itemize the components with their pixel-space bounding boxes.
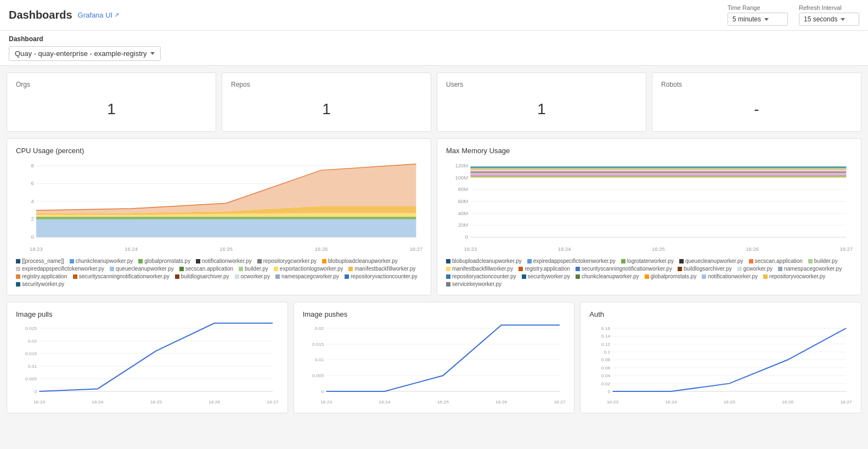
legend-item: securityworker.py <box>522 273 570 279</box>
legend-item: chunkcleanupworker.py <box>576 273 639 279</box>
svg-text:16:24: 16:24 <box>379 400 391 405</box>
legend-label: manifestbackfillworker.py <box>354 266 415 272</box>
svg-text:0.015: 0.015 <box>25 351 37 356</box>
legend-color <box>808 259 813 263</box>
svg-text:0: 0 <box>608 389 611 394</box>
legend-color <box>235 274 239 279</box>
svg-text:0.12: 0.12 <box>601 342 611 347</box>
legend-color <box>446 274 450 279</box>
svg-text:16:27: 16:27 <box>410 246 423 252</box>
dashboard-selector[interactable]: Quay - quay-enterprise - example-registr… <box>9 46 161 61</box>
image-pulls-title: Image pulls <box>16 310 279 318</box>
legend-label: chunkcleanupworker.py <box>76 258 133 264</box>
legend-item: repositoryvocworker.py <box>763 273 825 279</box>
legend-color <box>16 282 20 287</box>
svg-text:0.02: 0.02 <box>314 326 324 331</box>
legend-color <box>345 274 349 279</box>
svg-marker-20 <box>36 164 416 213</box>
svg-text:0.02: 0.02 <box>28 339 37 344</box>
svg-text:16:27: 16:27 <box>554 400 566 405</box>
legend-item: namespacegcworker.py <box>778 266 842 272</box>
legend-color <box>110 267 114 271</box>
image-pushes-title: Image pushes <box>303 310 566 318</box>
legend-item: builder.py <box>808 258 838 264</box>
legend-item: securityworker.py <box>16 281 64 287</box>
legend-label: expiredappspecifictokenworker.py <box>22 266 104 272</box>
legend-item: gcworker.py <box>737 266 773 272</box>
svg-text:0.015: 0.015 <box>312 342 324 347</box>
cpu-chart-legend: [[process_name]]chunkcleanupworker.pyglo… <box>16 258 422 287</box>
top-bar-right: Time Range 5 minutes Refresh Interval 15… <box>728 4 859 26</box>
grafana-link[interactable]: Grafana UI <box>78 11 120 19</box>
refresh-interval-label: Refresh Interval <box>799 4 842 11</box>
svg-text:6: 6 <box>31 181 33 187</box>
svg-text:16:27: 16:27 <box>841 400 853 405</box>
legend-color <box>645 274 649 279</box>
svg-text:80M: 80M <box>458 187 468 193</box>
legend-label: manifestbackfillworker.py <box>452 266 513 272</box>
legend-item: securityscanningnotificationworker.py <box>73 273 170 279</box>
legend-label: repositoryvactioncounter.py <box>351 273 418 279</box>
legend-item: registry.application <box>518 266 570 272</box>
legend-item: globalpromstats.py <box>645 273 697 279</box>
legend-color <box>679 259 684 263</box>
svg-text:0.08: 0.08 <box>601 358 611 363</box>
svg-text:0: 0 <box>465 234 468 240</box>
legend-color <box>576 274 580 279</box>
legend-color <box>16 274 20 279</box>
legend-color <box>527 259 532 263</box>
legend-label: securityworker.py <box>22 281 64 287</box>
chevron-down-icon-2 <box>841 18 845 21</box>
legend-item: buildlogsarchiver.py <box>175 273 229 279</box>
legend-item: builder.py <box>239 266 268 272</box>
svg-text:0: 0 <box>35 389 37 394</box>
legend-label: securityscanningnotificationworker.py <box>582 266 672 272</box>
svg-text:120M: 120M <box>455 163 468 169</box>
stat-cards-row: Orgs 1 Repos 1 Users 1 Robots - <box>7 72 861 132</box>
dashboard-chevron-icon <box>150 52 155 55</box>
refresh-interval-select-wrapper[interactable]: 15 seconds <box>799 13 859 26</box>
legend-label: buildlogsarchiver.py <box>181 273 229 279</box>
legend-color <box>446 267 450 271</box>
svg-text:16:23: 16:23 <box>320 400 332 405</box>
legend-item: queuecleanupworker.py <box>110 266 174 272</box>
time-range-select-wrapper[interactable]: 5 minutes <box>728 13 788 26</box>
time-range-label: Time Range <box>728 4 760 11</box>
legend-color <box>621 259 625 263</box>
svg-text:40M: 40M <box>458 211 468 216</box>
stat-card-title: Repos <box>231 81 422 88</box>
legend-color <box>778 267 782 271</box>
svg-text:0.005: 0.005 <box>25 377 37 381</box>
legend-item: securityscanningnotificationworker.py <box>576 266 672 272</box>
legend-label: registry.application <box>22 273 67 279</box>
cpu-chart-area: 0246816:2316:2416:2516:2616:27 <box>16 160 422 254</box>
svg-text:16:25: 16:25 <box>724 400 736 405</box>
svg-text:16:26: 16:26 <box>314 246 328 252</box>
svg-text:0.01: 0.01 <box>28 364 37 369</box>
stat-card-value: 1 <box>231 95 422 124</box>
legend-color <box>16 259 20 263</box>
svg-text:16:23: 16:23 <box>30 246 43 252</box>
legend-color <box>73 274 77 279</box>
svg-text:0.06: 0.06 <box>601 366 611 371</box>
legend-color <box>322 259 326 263</box>
legend-item: secscan.application <box>179 266 233 272</box>
svg-text:16:24: 16:24 <box>125 246 138 252</box>
svg-marker-17 <box>36 217 416 220</box>
stat-card-value: - <box>661 95 852 124</box>
legend-color <box>275 274 280 279</box>
dashboard-label: Dashboard <box>9 35 859 43</box>
svg-text:16:23: 16:23 <box>464 246 477 252</box>
legend-label: repositoryvocworker.py <box>769 273 825 279</box>
legend-label: exportactionlogsworker.py <box>280 266 343 272</box>
svg-text:0.005: 0.005 <box>312 373 324 378</box>
legend-label: blobuploadcleanupworker.py <box>452 258 522 264</box>
legend-color <box>446 282 450 287</box>
legend-label: globalpromstats.py <box>651 273 697 279</box>
legend-item: repositorygcworker.py <box>257 258 317 264</box>
legend-color <box>522 274 526 279</box>
top-bar: Dashboards Grafana UI Time Range 5 minut… <box>0 0 868 31</box>
svg-text:0.025: 0.025 <box>25 326 37 331</box>
legend-item: blobuploadcleanupworker.py <box>322 258 398 264</box>
auth-area: 00.020.040.060.080.10.120.140.1616:2316:… <box>589 323 852 405</box>
